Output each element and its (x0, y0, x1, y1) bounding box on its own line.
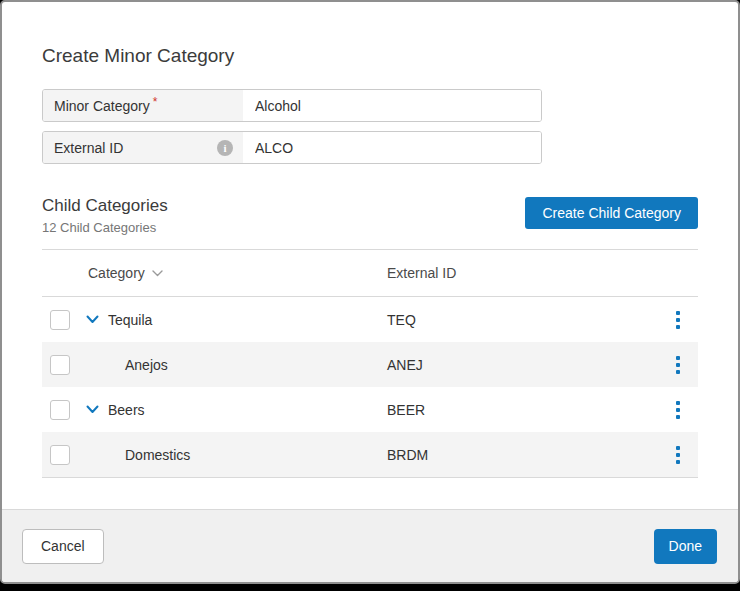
row-category-cell: Anejos (86, 357, 387, 373)
row-external-id: TEQ (387, 312, 658, 328)
child-categories-heading-block: Child Categories 12 Child Categories (42, 195, 168, 235)
chevron-down-icon[interactable] (86, 405, 99, 414)
table-row: Domestics BRDM (42, 432, 698, 477)
category-name: Anejos (125, 357, 168, 373)
child-categories-count: 12 Child Categories (42, 220, 168, 235)
category-name: Tequila (108, 312, 152, 328)
table-row: Anejos ANEJ (42, 342, 698, 387)
external-id-input[interactable] (243, 132, 541, 163)
row-category-cell: Tequila (86, 312, 387, 328)
row-checkbox-cell (42, 355, 86, 375)
external-id-label: External ID i (43, 132, 243, 163)
info-icon[interactable]: i (217, 140, 233, 156)
row-checkbox[interactable] (50, 445, 70, 465)
cancel-button[interactable]: Cancel (22, 529, 104, 564)
row-actions-cell (658, 398, 698, 422)
external-id-field: External ID i (42, 131, 542, 164)
sort-chevron-icon[interactable] (152, 270, 163, 277)
row-actions-cell (658, 308, 698, 332)
child-categories-table: Category External ID Tequila TEQ (42, 250, 698, 478)
table-body: Tequila TEQ Anejos ANEJ Beers BEER (42, 297, 698, 478)
category-column-header[interactable]: Category (86, 265, 387, 281)
row-checkbox-cell (42, 400, 86, 420)
category-column-label: Category (88, 265, 145, 281)
external-id-column-header: External ID (387, 265, 658, 281)
row-external-id: BRDM (387, 447, 658, 463)
create-minor-category-dialog: Create Minor Category Minor Category * E… (0, 0, 740, 584)
kebab-menu-icon[interactable] (673, 398, 683, 422)
external-id-label-text: External ID (54, 140, 123, 156)
kebab-menu-icon[interactable] (673, 353, 683, 377)
row-checkbox-cell (42, 445, 86, 465)
row-category-cell: Beers (86, 402, 387, 418)
page-title: Create Minor Category (42, 44, 698, 68)
table-row: Beers BEER (42, 387, 698, 432)
table-row: Tequila TEQ (42, 297, 698, 342)
category-name: Beers (108, 402, 145, 418)
row-external-id: ANEJ (387, 357, 658, 373)
row-checkbox[interactable] (50, 400, 70, 420)
child-categories-heading: Child Categories (42, 195, 168, 217)
category-name: Domestics (125, 447, 190, 463)
row-actions-cell (658, 353, 698, 377)
kebab-menu-icon[interactable] (673, 308, 683, 332)
form-fields: Minor Category * External ID i (42, 89, 542, 164)
create-child-category-button[interactable]: Create Child Category (525, 197, 698, 229)
minor-category-input[interactable] (243, 90, 541, 121)
row-actions-cell (658, 443, 698, 467)
row-checkbox[interactable] (50, 355, 70, 375)
minor-category-label: Minor Category * (43, 90, 243, 121)
table-header-row: Category External ID (42, 250, 698, 297)
kebab-menu-icon[interactable] (673, 443, 683, 467)
minor-category-label-text: Minor Category (54, 98, 150, 114)
minor-category-field: Minor Category * (42, 89, 542, 122)
chevron-down-icon[interactable] (86, 315, 99, 324)
child-categories-header: Child Categories 12 Child Categories Cre… (42, 195, 698, 235)
dialog-footer: Cancel Done (2, 509, 738, 582)
done-button[interactable]: Done (654, 529, 717, 564)
dialog-content: Create Minor Category Minor Category * E… (2, 2, 738, 478)
row-category-cell: Domestics (86, 447, 387, 463)
required-asterisk: * (153, 95, 158, 109)
row-external-id: BEER (387, 402, 658, 418)
row-checkbox[interactable] (50, 310, 70, 330)
row-checkbox-cell (42, 310, 86, 330)
